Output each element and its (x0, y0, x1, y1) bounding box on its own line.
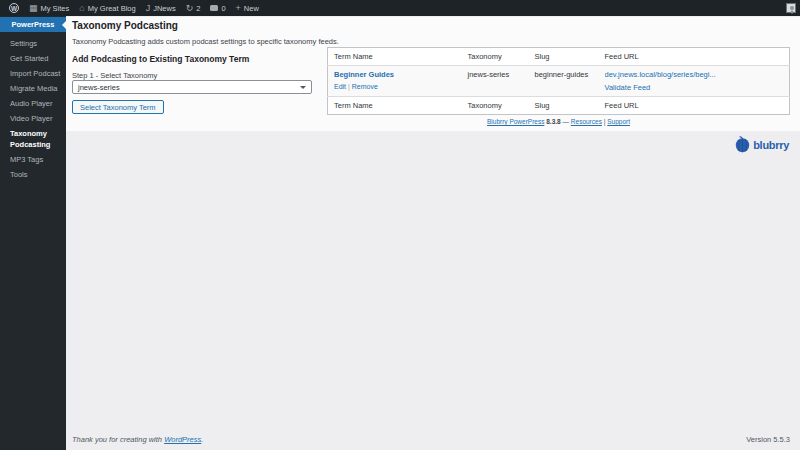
plugin-footer-dash: — (563, 118, 570, 125)
resources-link[interactable]: Resources (571, 118, 602, 125)
sites-grid-icon: ▦ (29, 4, 38, 13)
sidebar-item-powerpress[interactable]: PowerPress (0, 17, 66, 32)
updates-icon: ↻ (186, 4, 194, 13)
sidebar-item-import-podcast[interactable]: Import Podcast (10, 69, 62, 80)
blubrry-powerpress-link[interactable]: Blubrry PowerPress (487, 118, 544, 125)
jnews-label: JNews (153, 4, 176, 13)
admin-bar: W ▦ My Sites ⌂ My Great Blog J JNews ↻ 2… (0, 0, 800, 16)
my-sites-label: My Sites (41, 4, 70, 13)
plugin-footer: Blubrry PowerPress 8.3.8 — Resources | S… (327, 118, 790, 125)
term-name-cell: Beginner Guides Edit | Remove (328, 66, 462, 97)
site-name-menu[interactable]: ⌂ My Great Blog (74, 0, 140, 16)
feed-url-cell: dev.jnews.local/blog/series/begi... Vali… (599, 66, 790, 97)
sidebar-item-taxonomy-podcasting[interactable]: Taxonomy Podcasting (10, 129, 62, 150)
table-footer-row: Term Name Taxonomy Slug Feed URL (328, 97, 790, 115)
blubrry-logo[interactable]: blubrry (327, 136, 790, 153)
table-header-row: Term Name Taxonomy Slug Feed URL (328, 48, 790, 66)
header-feed-url: Feed URL (599, 48, 790, 66)
step1-label: Step 1 - Select Taxonomy (72, 71, 157, 80)
comments-icon (210, 5, 218, 11)
blubrry-berry-icon (735, 136, 750, 153)
footer-feed-url: Feed URL (599, 97, 790, 115)
jnews-icon: J (146, 4, 151, 13)
sidebar-item-mp3-tags[interactable]: MP3 Tags (10, 155, 62, 166)
taxonomy-terms-column: Term Name Taxonomy Slug Feed URL Beginne… (327, 47, 790, 153)
row-actions: Edit | Remove (334, 83, 456, 90)
home-icon: ⌂ (79, 4, 84, 13)
my-sites-menu[interactable]: ▦ My Sites (24, 0, 74, 16)
plugin-footer-separator: | (604, 118, 606, 125)
slug-cell: beginner-guides (529, 66, 599, 97)
add-podcasting-heading: Add Podcasting to Existing Taxonomy Term (72, 54, 249, 64)
support-link[interactable]: Support (607, 118, 630, 125)
sidebar-item-settings[interactable]: Settings (10, 39, 62, 50)
plugin-version: 8.3.8 (546, 118, 560, 125)
validate-feed-link[interactable]: Validate Feed (605, 83, 651, 92)
thanks-text: Thank you for creating with (72, 435, 164, 444)
comments-menu[interactable]: 0 (205, 0, 230, 16)
comments-count: 0 (221, 4, 225, 13)
site-name-label: My Great Blog (88, 4, 136, 13)
header-term-name: Term Name (328, 48, 462, 66)
footer-slug: Slug (529, 97, 599, 115)
remove-link[interactable]: Remove (352, 83, 378, 90)
header-slug: Slug (529, 48, 599, 66)
taxonomy-select-value: jnews-series (78, 83, 120, 92)
chevron-down-icon (300, 86, 306, 89)
sidebar-item-get-started[interactable]: Get Started (10, 54, 62, 65)
footer-version: Version 5.5.3 (746, 435, 790, 444)
feed-url-link[interactable]: dev.jnews.local/blog/series/begi... (605, 70, 784, 79)
updates-menu[interactable]: ↻ 2 (181, 0, 206, 16)
sidebar-item-video-player[interactable]: Video Player (10, 114, 62, 125)
footer-taxonomy: Taxonomy (462, 97, 529, 115)
footer-term-name: Term Name (328, 97, 462, 115)
edit-link[interactable]: Edit (334, 83, 346, 90)
taxonomy-terms-table: Term Name Taxonomy Slug Feed URL Beginne… (327, 47, 790, 115)
page-title: Taxonomy Podcasting (72, 20, 178, 31)
powerpress-submenu: Settings Get Started Import Podcast Migr… (0, 32, 66, 180)
thanks-period: . (201, 435, 203, 444)
header-taxonomy: Taxonomy (462, 48, 529, 66)
new-label: New (244, 4, 259, 13)
admin-sidebar: PowerPress Settings Get Started Import P… (0, 16, 66, 450)
sidebar-item-tools[interactable]: Tools (10, 170, 62, 181)
taxonomy-select[interactable]: jnews-series (72, 80, 312, 94)
jnews-theme-menu[interactable]: J JNews (141, 0, 181, 16)
taxonomy-cell: jnews-series (462, 66, 529, 97)
blubrry-logo-text: blubrry (753, 139, 789, 151)
footer-thanks: Thank you for creating with WordPress. (72, 435, 203, 444)
powerpress-label: PowerPress (12, 20, 55, 29)
sidebar-item-audio-player[interactable]: Audio Player (10, 99, 62, 110)
plus-icon: + (236, 4, 241, 13)
wordpress-logo-icon: W (9, 3, 19, 13)
page-description: Taxonomy Podcasting adds custom podcast … (72, 37, 339, 46)
select-taxonomy-term-label: Select Taxonomy Term (80, 103, 156, 112)
select-taxonomy-term-button[interactable]: Select Taxonomy Term (72, 100, 164, 114)
new-content-menu[interactable]: + New (231, 0, 264, 16)
sidebar-item-migrate-media[interactable]: Migrate Media (10, 84, 62, 95)
actions-separator: | (348, 83, 350, 90)
updates-count: 2 (196, 4, 200, 13)
term-name-link[interactable]: Beginner Guides (334, 70, 394, 79)
user-avatar[interactable] (786, 3, 796, 13)
wp-logo-menu[interactable]: W (4, 0, 24, 16)
table-row: Beginner Guides Edit | Remove jnews-seri… (328, 66, 790, 97)
wordpress-link[interactable]: WordPress (164, 435, 201, 444)
